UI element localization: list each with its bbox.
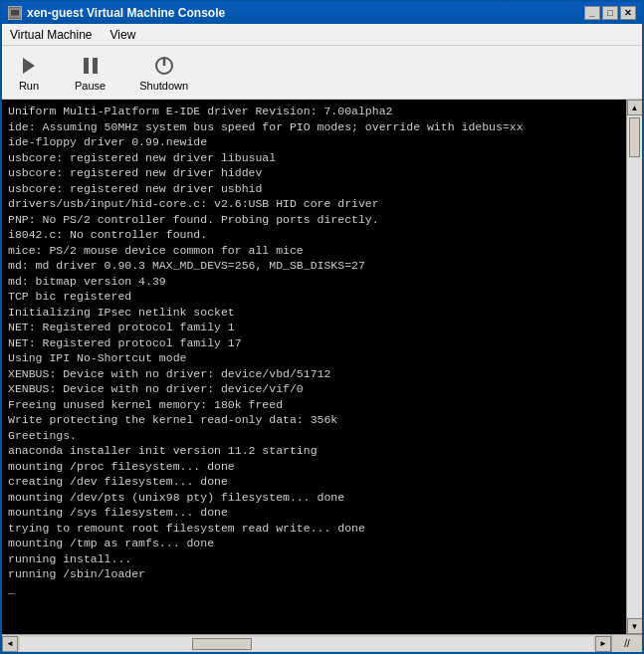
scroll-right-button[interactable]: ► [595,636,611,652]
run-button[interactable]: Run [10,51,48,95]
menu-bar: Virtual Machine View [2,24,642,46]
shutdown-button[interactable]: Shutdown [132,51,195,95]
status-corner: // [624,638,630,649]
svg-rect-1 [11,10,19,15]
maximize-button[interactable]: □ [602,6,618,20]
scroll-track[interactable] [627,115,642,618]
pause-button[interactable]: Pause [68,51,112,95]
h-scroll-track[interactable] [20,637,593,651]
menu-view[interactable]: View [107,27,140,43]
main-window: xen-guest Virtual Machine Console _ □ ✕ … [0,0,644,654]
pause-icon [79,54,103,78]
close-button[interactable]: ✕ [620,6,636,20]
vm-icon [8,6,22,20]
shutdown-label: Shutdown [139,80,188,92]
scroll-left-button[interactable]: ◄ [2,636,18,652]
window-title: xen-guest Virtual Machine Console [27,6,225,20]
shutdown-icon [152,54,176,78]
title-bar: xen-guest Virtual Machine Console _ □ ✕ [2,2,642,24]
vertical-scrollbar[interactable]: ▲ ▼ [626,100,642,634]
bottom-bar: ◄ ► // [2,634,642,652]
svg-rect-4 [93,58,98,74]
svg-marker-2 [23,58,35,74]
console-output[interactable]: Uniform Multi-Platform E-IDE driver Revi… [2,100,626,634]
title-bar-left: xen-guest Virtual Machine Console [8,6,225,20]
title-controls: _ □ ✕ [584,6,636,20]
scroll-down-button[interactable]: ▼ [627,618,643,634]
run-label: Run [19,80,39,92]
console-area: Uniform Multi-Platform E-IDE driver Revi… [2,100,642,634]
run-icon [17,54,41,78]
scroll-up-button[interactable]: ▲ [627,100,643,115]
pause-label: Pause [75,80,106,92]
toolbar: Run Pause Shutdown [2,46,642,100]
scroll-thumb[interactable] [629,117,640,157]
svg-rect-3 [84,58,89,74]
h-scroll-thumb[interactable] [192,638,252,650]
menu-virtual-machine[interactable]: Virtual Machine [6,27,97,43]
minimize-button[interactable]: _ [584,6,600,20]
